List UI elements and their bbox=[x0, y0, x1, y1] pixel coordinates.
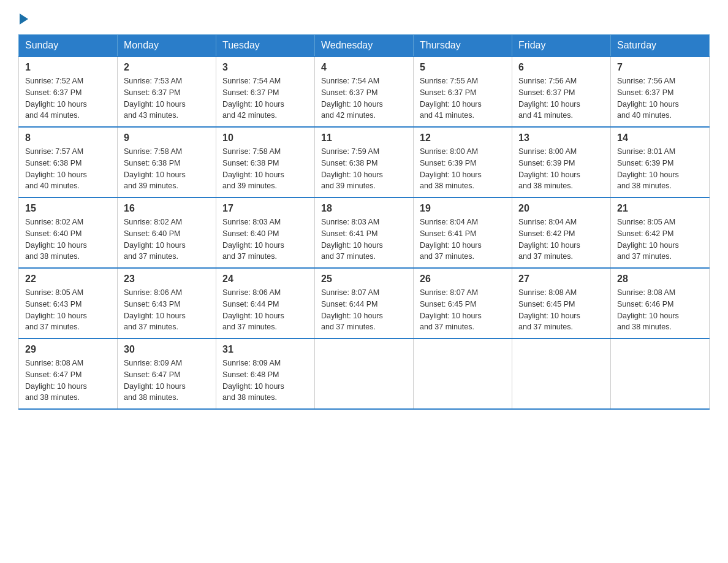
day-info: Sunrise: 8:06 AM Sunset: 6:43 PM Dayligh… bbox=[124, 287, 210, 333]
calendar-cell bbox=[315, 339, 414, 409]
day-number: 31 bbox=[222, 344, 308, 355]
calendar-cell: 16 Sunrise: 8:02 AM Sunset: 6:40 PM Dayl… bbox=[118, 197, 216, 268]
calendar-cell: 8 Sunrise: 7:57 AM Sunset: 6:38 PM Dayli… bbox=[19, 127, 118, 197]
day-number: 11 bbox=[321, 132, 407, 144]
day-info: Sunrise: 8:02 AM Sunset: 6:40 PM Dayligh… bbox=[25, 216, 111, 262]
day-info: Sunrise: 7:58 AM Sunset: 6:38 PM Dayligh… bbox=[124, 146, 210, 192]
day-info: Sunrise: 7:57 AM Sunset: 6:38 PM Dayligh… bbox=[25, 146, 111, 192]
calendar-cell: 22 Sunrise: 8:05 AM Sunset: 6:43 PM Dayl… bbox=[19, 268, 118, 339]
header-saturday: Saturday bbox=[611, 35, 710, 57]
day-info: Sunrise: 8:01 AM Sunset: 6:39 PM Dayligh… bbox=[617, 146, 703, 192]
day-info: Sunrise: 8:03 AM Sunset: 6:40 PM Dayligh… bbox=[222, 216, 308, 262]
calendar-cell: 23 Sunrise: 8:06 AM Sunset: 6:43 PM Dayl… bbox=[118, 268, 216, 339]
day-number: 14 bbox=[617, 132, 703, 144]
calendar-cell: 17 Sunrise: 8:03 AM Sunset: 6:40 PM Dayl… bbox=[216, 197, 315, 268]
calendar-cell: 29 Sunrise: 8:08 AM Sunset: 6:47 PM Dayl… bbox=[19, 339, 118, 409]
calendar-cell: 26 Sunrise: 8:07 AM Sunset: 6:45 PM Dayl… bbox=[414, 268, 512, 339]
calendar-cell: 25 Sunrise: 8:07 AM Sunset: 6:44 PM Dayl… bbox=[315, 268, 414, 339]
day-number: 15 bbox=[25, 203, 111, 214]
calendar-cell bbox=[512, 339, 611, 409]
calendar-cell: 2 Sunrise: 7:53 AM Sunset: 6:37 PM Dayli… bbox=[118, 56, 216, 127]
day-info: Sunrise: 7:54 AM Sunset: 6:37 PM Dayligh… bbox=[222, 75, 308, 121]
calendar-cell: 14 Sunrise: 8:01 AM Sunset: 6:39 PM Dayl… bbox=[611, 127, 710, 197]
page-header bbox=[18, 12, 710, 22]
calendar-cell: 19 Sunrise: 8:04 AM Sunset: 6:41 PM Dayl… bbox=[414, 197, 512, 268]
calendar-week-4: 22 Sunrise: 8:05 AM Sunset: 6:43 PM Dayl… bbox=[19, 268, 710, 339]
day-info: Sunrise: 8:09 AM Sunset: 6:48 PM Dayligh… bbox=[222, 358, 308, 404]
logo-arrow-icon bbox=[20, 13, 28, 25]
calendar-cell: 9 Sunrise: 7:58 AM Sunset: 6:38 PM Dayli… bbox=[118, 127, 216, 197]
day-info: Sunrise: 7:59 AM Sunset: 6:38 PM Dayligh… bbox=[321, 146, 407, 192]
day-info: Sunrise: 8:07 AM Sunset: 6:45 PM Dayligh… bbox=[420, 287, 506, 333]
logo bbox=[18, 12, 28, 22]
day-number: 1 bbox=[25, 62, 111, 73]
header-monday: Monday bbox=[118, 35, 216, 57]
day-number: 27 bbox=[518, 274, 604, 285]
day-info: Sunrise: 8:05 AM Sunset: 6:42 PM Dayligh… bbox=[617, 216, 703, 262]
calendar-cell: 12 Sunrise: 8:00 AM Sunset: 6:39 PM Dayl… bbox=[414, 127, 512, 197]
header-wednesday: Wednesday bbox=[315, 35, 414, 57]
day-number: 25 bbox=[321, 274, 407, 285]
calendar-cell: 6 Sunrise: 7:56 AM Sunset: 6:37 PM Dayli… bbox=[512, 56, 611, 127]
day-number: 5 bbox=[420, 62, 506, 73]
header-friday: Friday bbox=[512, 35, 611, 57]
day-number: 3 bbox=[222, 62, 308, 73]
day-info: Sunrise: 8:00 AM Sunset: 6:39 PM Dayligh… bbox=[420, 146, 506, 192]
day-number: 19 bbox=[420, 203, 506, 214]
header-sunday: Sunday bbox=[19, 35, 118, 57]
calendar-cell: 24 Sunrise: 8:06 AM Sunset: 6:44 PM Dayl… bbox=[216, 268, 315, 339]
day-info: Sunrise: 7:52 AM Sunset: 6:37 PM Dayligh… bbox=[25, 75, 111, 121]
calendar-cell bbox=[611, 339, 710, 409]
day-number: 7 bbox=[617, 62, 703, 73]
calendar-cell: 28 Sunrise: 8:08 AM Sunset: 6:46 PM Dayl… bbox=[611, 268, 710, 339]
calendar-week-1: 1 Sunrise: 7:52 AM Sunset: 6:37 PM Dayli… bbox=[19, 56, 710, 127]
day-number: 24 bbox=[222, 274, 308, 285]
calendar-week-3: 15 Sunrise: 8:02 AM Sunset: 6:40 PM Dayl… bbox=[19, 197, 710, 268]
day-number: 4 bbox=[321, 62, 407, 73]
calendar-cell: 4 Sunrise: 7:54 AM Sunset: 6:37 PM Dayli… bbox=[315, 56, 414, 127]
day-number: 13 bbox=[518, 132, 604, 144]
day-number: 18 bbox=[321, 203, 407, 214]
day-number: 17 bbox=[222, 203, 308, 214]
calendar-cell: 20 Sunrise: 8:04 AM Sunset: 6:42 PM Dayl… bbox=[512, 197, 611, 268]
calendar-cell: 31 Sunrise: 8:09 AM Sunset: 6:48 PM Dayl… bbox=[216, 339, 315, 409]
calendar-week-2: 8 Sunrise: 7:57 AM Sunset: 6:38 PM Dayli… bbox=[19, 127, 710, 197]
day-number: 20 bbox=[518, 203, 604, 214]
calendar-cell: 7 Sunrise: 7:56 AM Sunset: 6:37 PM Dayli… bbox=[611, 56, 710, 127]
day-number: 30 bbox=[124, 344, 210, 355]
day-number: 12 bbox=[420, 132, 506, 144]
day-info: Sunrise: 8:00 AM Sunset: 6:39 PM Dayligh… bbox=[518, 146, 604, 192]
calendar-cell: 15 Sunrise: 8:02 AM Sunset: 6:40 PM Dayl… bbox=[19, 197, 118, 268]
calendar-cell: 21 Sunrise: 8:05 AM Sunset: 6:42 PM Dayl… bbox=[611, 197, 710, 268]
logo-block bbox=[18, 12, 28, 22]
day-number: 6 bbox=[518, 62, 604, 73]
day-info: Sunrise: 7:55 AM Sunset: 6:37 PM Dayligh… bbox=[420, 75, 506, 121]
day-info: Sunrise: 7:58 AM Sunset: 6:38 PM Dayligh… bbox=[222, 146, 308, 192]
day-info: Sunrise: 8:04 AM Sunset: 6:41 PM Dayligh… bbox=[420, 216, 506, 262]
day-info: Sunrise: 8:05 AM Sunset: 6:43 PM Dayligh… bbox=[25, 287, 111, 333]
calendar-cell: 18 Sunrise: 8:03 AM Sunset: 6:41 PM Dayl… bbox=[315, 197, 414, 268]
day-info: Sunrise: 8:04 AM Sunset: 6:42 PM Dayligh… bbox=[518, 216, 604, 262]
calendar-cell: 3 Sunrise: 7:54 AM Sunset: 6:37 PM Dayli… bbox=[216, 56, 315, 127]
day-info: Sunrise: 8:08 AM Sunset: 6:47 PM Dayligh… bbox=[25, 358, 111, 404]
day-number: 28 bbox=[617, 274, 703, 285]
calendar-cell: 27 Sunrise: 8:08 AM Sunset: 6:45 PM Dayl… bbox=[512, 268, 611, 339]
day-info: Sunrise: 7:56 AM Sunset: 6:37 PM Dayligh… bbox=[617, 75, 703, 121]
day-info: Sunrise: 7:56 AM Sunset: 6:37 PM Dayligh… bbox=[518, 75, 604, 121]
calendar-cell bbox=[414, 339, 512, 409]
calendar-table: SundayMondayTuesdayWednesdayThursdayFrid… bbox=[18, 34, 710, 410]
day-info: Sunrise: 8:08 AM Sunset: 6:46 PM Dayligh… bbox=[617, 287, 703, 333]
calendar-cell: 13 Sunrise: 8:00 AM Sunset: 6:39 PM Dayl… bbox=[512, 127, 611, 197]
calendar-header-row: SundayMondayTuesdayWednesdayThursdayFrid… bbox=[19, 35, 710, 57]
day-info: Sunrise: 7:54 AM Sunset: 6:37 PM Dayligh… bbox=[321, 75, 407, 121]
header-thursday: Thursday bbox=[414, 35, 512, 57]
day-number: 10 bbox=[222, 132, 308, 144]
calendar-week-5: 29 Sunrise: 8:08 AM Sunset: 6:47 PM Dayl… bbox=[19, 339, 710, 409]
day-info: Sunrise: 8:08 AM Sunset: 6:45 PM Dayligh… bbox=[518, 287, 604, 333]
day-number: 26 bbox=[420, 274, 506, 285]
day-number: 2 bbox=[124, 62, 210, 73]
day-info: Sunrise: 8:07 AM Sunset: 6:44 PM Dayligh… bbox=[321, 287, 407, 333]
day-number: 22 bbox=[25, 274, 111, 285]
day-info: Sunrise: 8:02 AM Sunset: 6:40 PM Dayligh… bbox=[124, 216, 210, 262]
calendar-cell: 30 Sunrise: 8:09 AM Sunset: 6:47 PM Dayl… bbox=[118, 339, 216, 409]
